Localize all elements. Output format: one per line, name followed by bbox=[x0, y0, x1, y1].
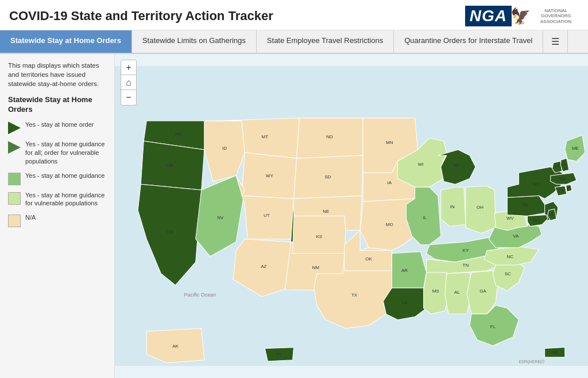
legend-label-guidance-vuln: Yes - stay at home guidance for vulnerab… bbox=[25, 191, 106, 208]
map-area: + ⌂ − WA OR CA ID NV MT bbox=[115, 54, 588, 378]
state-PA[interactable] bbox=[507, 196, 544, 216]
nga-logo-subtitle: NATIONAL GOVERNORS ASSOCIATION bbox=[533, 8, 579, 25]
svg-text:Pacific Ocean: Pacific Ocean bbox=[184, 292, 216, 298]
tab-travel[interactable]: State Employee Travel Restrictions bbox=[257, 30, 394, 53]
state-RI[interactable] bbox=[566, 185, 572, 192]
tab-quarantine[interactable]: Quarantine Orders for Interstate Travel bbox=[394, 30, 543, 53]
svg-text:ESRI|HERE|©: ESRI|HERE|© bbox=[519, 360, 545, 364]
legend-label-guidance: Yes - stay at home guidance bbox=[25, 172, 105, 180]
legend-label-na: N/A bbox=[25, 213, 36, 222]
legend-color-guidance-vuln bbox=[8, 192, 21, 205]
nga-logo: NGA 🦅 NATIONAL GOVERNORS ASSOCIATION bbox=[465, 6, 579, 26]
legend-color-order bbox=[8, 122, 21, 134]
nga-logo-text: NGA bbox=[465, 6, 512, 26]
zoom-in-button[interactable]: + bbox=[121, 60, 136, 75]
legend-color-guidance-all bbox=[8, 141, 21, 154]
state-VT[interactable] bbox=[552, 161, 562, 173]
home-button[interactable]: ⌂ bbox=[121, 75, 136, 90]
state-ND[interactable] bbox=[297, 118, 363, 158]
state-OH[interactable] bbox=[466, 186, 496, 233]
legend-title: Statewide Stay at Home Orders bbox=[8, 95, 106, 115]
state-OR[interactable] bbox=[141, 141, 204, 190]
state-KS[interactable] bbox=[293, 216, 346, 254]
header: COVID-19 State and Territory Action Trac… bbox=[0, 0, 588, 30]
state-HI[interactable] bbox=[265, 348, 293, 361]
legend-item-guidance: Yes - stay at home guidance bbox=[8, 172, 106, 185]
legend-item-guidance-all: Yes - stay at home guidance for all; ord… bbox=[8, 140, 106, 166]
state-SD[interactable] bbox=[294, 155, 363, 198]
legend-item-guidance-vuln: Yes - stay at home guidance for vulnerab… bbox=[8, 191, 106, 208]
legend-color-guidance bbox=[8, 173, 21, 185]
legend-item-order: Yes - stay at home order bbox=[8, 120, 106, 134]
page-title: COVID-19 State and Territory Action Trac… bbox=[9, 9, 273, 24]
nga-eagle-icon: 🦅 bbox=[510, 7, 531, 26]
us-map-svg: WA OR CA ID NV MT WY UT CO bbox=[115, 54, 588, 378]
sidebar-description: This map displays which states and terri… bbox=[8, 61, 106, 88]
state-IN[interactable] bbox=[441, 187, 466, 226]
legend-label-guidance-all: Yes - stay at home guidance for all; ord… bbox=[25, 140, 106, 166]
tab-menu[interactable]: ☰ bbox=[543, 30, 568, 53]
legend-label-order: Yes - stay at home order bbox=[25, 120, 94, 129]
tab-stay-home[interactable]: Statewide Stay at Home Orders bbox=[0, 30, 132, 53]
state-PR[interactable] bbox=[545, 348, 565, 357]
state-AK[interactable] bbox=[146, 328, 204, 363]
legend-color-na bbox=[8, 215, 21, 227]
legend-item-na: N/A bbox=[8, 213, 106, 227]
map-controls: + ⌂ − bbox=[121, 60, 137, 106]
state-WY[interactable] bbox=[242, 153, 296, 198]
main-content: This map displays which states and terri… bbox=[0, 54, 588, 378]
sidebar: This map displays which states and terri… bbox=[0, 54, 115, 378]
zoom-out-button[interactable]: − bbox=[121, 90, 136, 105]
tabs-bar: Statewide Stay at Home Orders Statewide … bbox=[0, 30, 588, 54]
tab-gatherings[interactable]: Statewide Limits on Gatherings bbox=[132, 30, 257, 53]
